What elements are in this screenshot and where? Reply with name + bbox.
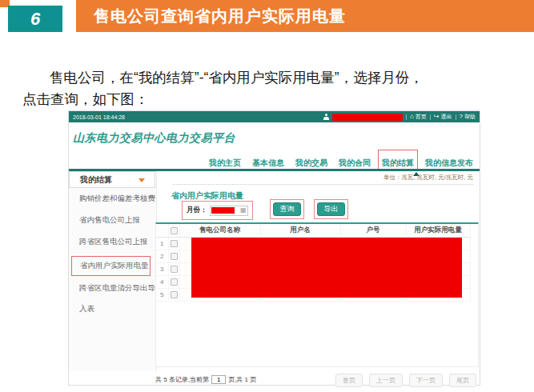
first-page-button[interactable]: 首页 xyxy=(335,374,363,387)
sidebar: 我的结算 购销价差和偏差考核费 省内售电公司上报 跨省区售电公司上报 省内用户实… xyxy=(69,171,157,371)
nav-my-trades[interactable]: 我的交易 xyxy=(295,158,327,169)
row-checkbox-cell xyxy=(168,250,179,263)
pagination: 首页 上一页 下一页 尾页 xyxy=(335,374,476,387)
topbar-timestamp: 2018-03-01 18:44:28 xyxy=(73,114,125,120)
slide-title: 售电公司查询省内用户实际用电量 xyxy=(94,6,346,27)
dotted-divider xyxy=(173,184,473,185)
row-checkbox[interactable] xyxy=(171,253,178,260)
user-icon xyxy=(323,114,329,120)
export-button[interactable]: 导出 xyxy=(317,202,345,216)
dropdown-arrow-icon xyxy=(139,178,145,182)
slide-number-block: 6 xyxy=(8,6,62,32)
th-actual-consumption: 用户实际用电量 xyxy=(406,224,470,238)
nav-my-home[interactable]: 我的主页 xyxy=(209,158,241,169)
row-checkbox-cell xyxy=(168,263,179,276)
th-account-number: 户号 xyxy=(340,224,406,238)
sidebar-header-label: 我的结算 xyxy=(80,175,112,184)
record-summary: 共 5 条记录,当前第 页,共 1 页 xyxy=(155,375,256,384)
sidebar-item-cross-province-clearing-table[interactable]: 跨省区电量清分导出导入表 xyxy=(79,278,157,319)
results-table-container: 售电公司名称 用户名 户号 用户实际用电量 1 2 xyxy=(155,222,479,367)
prev-page-button[interactable]: 上一页 xyxy=(369,374,403,387)
units-note: 单位：兆瓦, 兆瓦时, 元/兆瓦时, 元 xyxy=(383,174,473,182)
last-page-button[interactable]: 尾页 xyxy=(449,374,476,387)
calendar-icon[interactable]: ▦ xyxy=(240,207,247,214)
topbar-help-label: 帮助 xyxy=(464,113,476,121)
slide-number: 6 xyxy=(30,9,40,30)
redacted-username xyxy=(332,114,403,121)
next-page-button[interactable]: 下一页 xyxy=(409,374,443,387)
nav-my-contracts[interactable]: 我的合同 xyxy=(339,158,371,169)
page-title: 省内用户实际用电量 xyxy=(171,190,243,202)
topbar-right-links: ⌂ 首页 ↪ 退出 ? 帮助 xyxy=(323,113,476,121)
nav-basic-info[interactable]: 基本信息 xyxy=(252,158,284,169)
slide-title-banner: 售电公司查询省内用户实际用电量 xyxy=(76,0,534,32)
platform-title: 山东电力交易中心电力交易平台 xyxy=(73,131,235,146)
redacted-month-value xyxy=(211,207,235,214)
th-select-all xyxy=(168,224,179,238)
body-line-2: 点击查询，如下图： xyxy=(22,89,523,110)
row-index: 5 xyxy=(156,289,168,302)
month-input[interactable]: ▦ xyxy=(210,206,248,216)
help-icon: ? xyxy=(460,114,463,120)
topbar-home-link[interactable]: ⌂ 首页 xyxy=(410,113,427,121)
month-label: 月份： xyxy=(187,206,207,215)
app-topbar: 2018-03-01 18:44:28 ⌂ 首页 ↪ 退出 ? 帮助 xyxy=(69,111,480,122)
th-user-name: 用户名 xyxy=(260,224,340,238)
topbar-divider xyxy=(456,114,456,120)
nav-my-settlement-label: 我的结算 xyxy=(382,158,414,167)
app-screenshot: 2018-03-01 18:44:28 ⌂ 首页 ↪ 退出 ? 帮助 xyxy=(68,110,480,386)
sidebar-item-province-user-consumption[interactable]: 省内用户实际用电量 xyxy=(71,256,151,276)
row-checkbox[interactable] xyxy=(171,266,178,273)
sidebar-item-purchase-sale-diff-fee[interactable]: 购销价差和偏差考核费 xyxy=(79,194,155,204)
redacted-table-data xyxy=(191,238,462,298)
select-all-checkbox[interactable] xyxy=(171,227,178,234)
slide: 6 售电公司查询省内用户实际用电量 售电公司，在“我的结算”-“省内用户实际用电… xyxy=(0,0,534,392)
topbar-logout-label: 退出 xyxy=(441,113,452,121)
row-index: 3 xyxy=(156,263,168,276)
topbar-home-label: 首页 xyxy=(416,113,427,121)
topbar-logout-link[interactable]: ↪ 退出 xyxy=(434,113,452,121)
row-checkbox[interactable] xyxy=(171,291,178,298)
row-checkbox[interactable] xyxy=(171,278,178,286)
summary-suffix: 页,共 1 页 xyxy=(228,375,256,384)
table-header-row: 售电公司名称 用户名 户号 用户实际用电量 xyxy=(156,224,470,238)
topbar-divider xyxy=(430,114,431,120)
th-company-name: 售电公司名称 xyxy=(179,224,260,238)
sidebar-header[interactable]: 我的结算 xyxy=(69,171,155,188)
summary-prefix: 共 5 条记录,当前第 xyxy=(155,375,209,384)
month-filter-annotation-box: 月份： ▦ xyxy=(182,201,253,220)
sidebar-item-province-seller-report[interactable]: 省内售电公司上报 xyxy=(79,215,140,226)
row-index: 4 xyxy=(156,276,168,289)
slide-body-text: 售电公司，在“我的结算”-“省内用户实际用电量”，选择月份， 点击查询，如下图： xyxy=(22,67,523,110)
sidebar-item-cross-province-seller-report[interactable]: 跨省区售电公司上报 xyxy=(79,237,148,247)
main-nav: 我的主页 基本信息 我的交易 我的合同 我的结算 我的信息发布 xyxy=(209,157,473,170)
page-number-input[interactable] xyxy=(211,375,226,384)
topbar-help-link[interactable]: ? 帮助 xyxy=(460,113,476,121)
row-checkbox-cell xyxy=(168,276,179,289)
nav-my-settlement[interactable]: 我的结算 xyxy=(378,150,418,171)
export-annotation-box: 导出 xyxy=(314,199,348,219)
row-checkbox-cell xyxy=(168,238,179,250)
query-button[interactable]: 查询 xyxy=(273,202,301,216)
row-checkbox[interactable] xyxy=(171,240,178,247)
exit-icon: ↪ xyxy=(434,114,440,120)
row-index: 2 xyxy=(156,250,168,263)
row-index: 1 xyxy=(156,238,168,250)
home-icon: ⌂ xyxy=(410,114,414,120)
row-checkbox-cell xyxy=(168,289,179,302)
query-annotation-box: 查询 xyxy=(270,199,304,219)
topbar-divider xyxy=(406,114,407,120)
body-line-1: 售电公司，在“我的结算”-“省内用户实际用电量”，选择月份， xyxy=(22,67,523,89)
th-row-index xyxy=(156,224,168,238)
nav-my-info-publish[interactable]: 我的信息发布 xyxy=(425,158,473,169)
